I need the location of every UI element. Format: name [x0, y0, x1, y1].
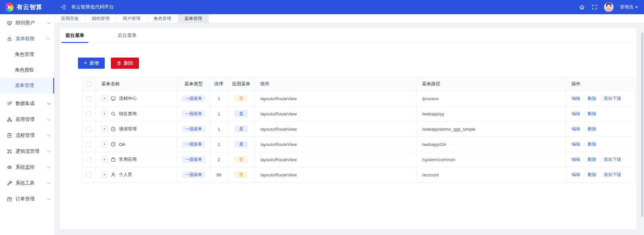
delete-link[interactable]: 删除	[587, 142, 596, 147]
cell-menu-type: 一级菜单	[177, 122, 210, 137]
user-name: 管理员	[620, 4, 633, 10]
sidebar-item-5[interactable]: 流程管理	[0, 127, 54, 143]
top-tab-1[interactable]: 应用开发	[55, 14, 85, 23]
cell-order: 1	[210, 122, 228, 137]
clock-icon	[110, 126, 116, 132]
cell-path: /webapp/OA	[417, 137, 566, 152]
top-tab-5[interactable]: 菜单管理	[178, 14, 209, 23]
row-checkbox[interactable]	[86, 142, 92, 147]
cell-actions: 编辑|删除	[566, 137, 635, 152]
menu-type-badge: 一级菜单	[182, 141, 205, 148]
sidebar-item-label: 菜单权限	[16, 36, 35, 42]
edit-link[interactable]: 编辑	[571, 172, 580, 177]
cell-component: layouts/RouteView	[255, 122, 417, 137]
cell-app-menu: 否	[228, 167, 255, 183]
content-tab-1[interactable]: 前台菜单	[61, 28, 88, 43]
action-separator: |	[583, 111, 584, 116]
add-child-link[interactable]: 添加下级	[604, 172, 621, 177]
top-tab-3[interactable]: 用户管理	[116, 14, 147, 23]
table-header-row: 菜单名称菜单类型排序应用菜单组件菜单路径操作	[82, 77, 635, 91]
table-row: +请假管理一级菜单1是layouts/RouteView/webapp/demo…	[82, 122, 635, 137]
monitor-icon	[110, 96, 116, 101]
menu-name-label: OA	[119, 142, 125, 147]
delete-link[interactable]: 删除	[587, 111, 596, 116]
action-separator: |	[583, 157, 584, 162]
expand-row-button[interactable]: +	[101, 172, 107, 178]
home-icon[interactable]	[579, 4, 585, 10]
expand-row-button[interactable]: +	[101, 111, 107, 117]
delete-link[interactable]: 删除	[587, 172, 596, 177]
select-all-checkbox[interactable]	[86, 82, 92, 87]
org-users-icon	[7, 20, 12, 26]
action-separator: |	[583, 96, 584, 101]
chevron-down-icon	[635, 6, 638, 8]
sidebar-item-label: 系统监控	[16, 164, 35, 170]
row-checkbox[interactable]	[86, 172, 92, 177]
bag-icon	[110, 157, 116, 162]
expand-row-button[interactable]: +	[101, 156, 107, 163]
top-tab-2[interactable]: 组织管理	[85, 14, 116, 23]
expand-row-button[interactable]: +	[101, 141, 107, 147]
cell-path: /system/common	[417, 152, 566, 167]
action-separator: |	[599, 157, 600, 162]
sidebar-item-4[interactable]: 应用管理	[0, 111, 54, 127]
edit-link[interactable]: 编辑	[571, 142, 580, 147]
scrollbar-thumb[interactable]	[641, 33, 643, 217]
user-menu[interactable]: 管理员	[620, 4, 638, 10]
cell-menu-type: 一级菜单	[177, 167, 210, 183]
menu-type-badge: 一级菜单	[182, 126, 205, 133]
app-management-icon	[7, 117, 12, 122]
cell-app-menu: 是	[228, 122, 255, 137]
fullscreen-icon[interactable]	[591, 4, 598, 10]
table-row: +流程中心一级菜单1否layouts/RouteView/process编辑|删…	[82, 91, 635, 106]
cell-menu-name: +常用应用	[96, 152, 177, 167]
delete-link[interactable]: 删除	[587, 96, 596, 101]
menu-fold-icon[interactable]	[60, 4, 66, 10]
delete-link[interactable]: 删除	[587, 126, 596, 131]
edit-link[interactable]: 编辑	[571, 126, 580, 131]
expand-row-button[interactable]: +	[101, 126, 107, 132]
sidebar-subitem-角色管理[interactable]: 角色管理	[0, 47, 54, 62]
sidebar-subitem-菜单管理[interactable]: 菜单管理	[0, 78, 54, 93]
sidebar-item-9[interactable]: 订单管理	[0, 191, 54, 207]
sidebar-item-8[interactable]: 系统工具	[0, 175, 54, 191]
delete-button[interactable]: 删除	[111, 58, 139, 69]
menu-name: +流程中心	[101, 95, 172, 102]
header-checkbox-cell	[82, 77, 96, 91]
sidebar-item-3[interactable]: 数据集成	[0, 95, 54, 111]
vertical-scrollbar[interactable]	[641, 23, 644, 235]
sidebar-item-2[interactable]: 菜单权限	[0, 31, 54, 47]
cell-menu-name: +请假管理	[96, 122, 177, 137]
avatar[interactable]	[604, 2, 613, 12]
chevron-down-icon	[47, 21, 51, 24]
sidebar-item-label: 逻辑流管理	[16, 148, 39, 154]
menu-type-badge: 一级菜单	[182, 171, 205, 178]
menu-name: +请假管理	[101, 126, 172, 132]
cell-path: /account	[417, 167, 566, 183]
row-checkbox[interactable]	[86, 127, 92, 132]
add-button[interactable]: + 新增	[78, 58, 105, 69]
add-child-link[interactable]: 添加下级	[604, 157, 621, 162]
expand-row-button[interactable]: +	[101, 95, 107, 102]
menu-type-badge: 一级菜单	[182, 110, 205, 118]
row-checkbox[interactable]	[86, 157, 92, 162]
page-tab-bar: 应用开发组织管理用户管理角色管理菜单管理	[55, 14, 644, 23]
sidebar-subitem-角色授权[interactable]: 角色授权	[0, 62, 54, 78]
sidebar-item-6[interactable]: 逻辑流管理	[0, 143, 54, 159]
edit-link[interactable]: 编辑	[571, 157, 580, 162]
top-tab-4[interactable]: 角色管理	[147, 14, 178, 23]
edit-link[interactable]: 编辑	[571, 96, 580, 101]
sidebar-item-7[interactable]: 系统监控	[0, 159, 54, 175]
cell-actions: 编辑|删除	[566, 122, 635, 137]
delete-link[interactable]: 删除	[587, 157, 596, 162]
content-tab-2[interactable]: 后台菜单	[114, 28, 141, 43]
menu-type-badge: 一级菜单	[182, 156, 205, 163]
edit-link[interactable]: 编辑	[571, 111, 580, 116]
row-checkbox[interactable]	[86, 96, 92, 101]
row-checkbox[interactable]	[86, 111, 92, 116]
sidebar-item-1[interactable]: 组织用户	[0, 15, 54, 31]
menu-name-label: 请假管理	[119, 126, 137, 132]
cell-order: 99	[210, 167, 228, 183]
app-menu-badge: 是	[235, 110, 248, 118]
add-child-link[interactable]: 添加下级	[604, 96, 621, 101]
